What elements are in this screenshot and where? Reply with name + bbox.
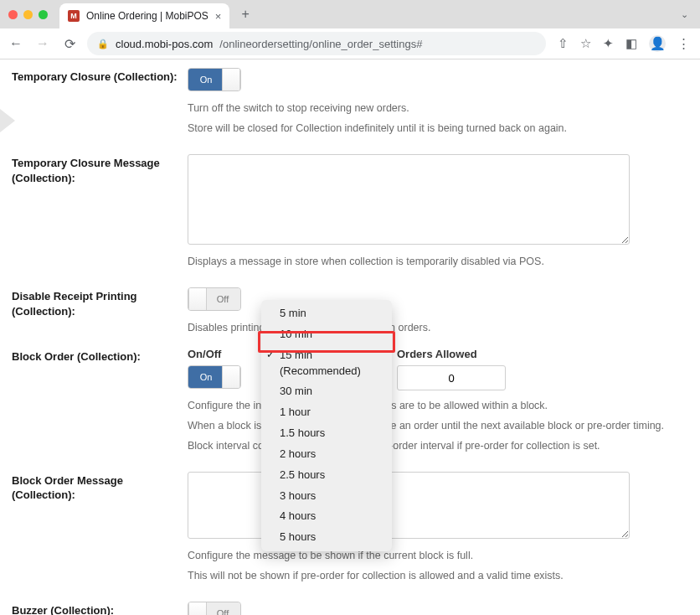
temporary-closure-label: Temporary Closure (Collection):	[12, 68, 188, 136]
temporary-closure-toggle[interactable]: On Off	[188, 68, 241, 91]
block-order-message-input[interactable]	[188, 472, 630, 539]
tab-strip: M Online Ordering | MobiPOS × + ⌄	[0, 0, 700, 28]
interval-option[interactable]: 2.5 hours	[261, 465, 392, 486]
minimize-window-icon[interactable]	[23, 10, 33, 19]
interval-option[interactable]: 3 hours	[261, 486, 392, 507]
toggle-off-label: Off	[205, 602, 240, 615]
toggle-knob	[222, 366, 240, 388]
interval-option[interactable]: 1 hour	[261, 402, 392, 423]
toggle-on-label: On	[188, 69, 224, 90]
disable-receipt-toggle[interactable]: On Off	[188, 287, 241, 311]
address-bar: ← → ⟳ 🔒 cloud.mobi-pos.com/onlineorderse…	[0, 28, 700, 59]
forward-button: →	[33, 36, 52, 51]
favicon-icon: M	[68, 10, 80, 22]
tab-title: Online Ordering | MobiPOS	[86, 10, 208, 22]
interval-option[interactable]: 4 hours	[261, 506, 392, 527]
temporary-closure-message-input[interactable]	[188, 154, 630, 245]
url-domain: cloud.mobi-pos.com	[116, 38, 213, 50]
buzzer-toggle[interactable]: On Off	[188, 602, 241, 615]
block-order-message-help2: This will not be shown if pre-order for …	[188, 568, 688, 583]
toggle-on-label: On	[188, 366, 224, 388]
temporary-closure-help1: Turn off the switch to stop receiving ne…	[188, 101, 688, 116]
toggle-off-label: Off	[205, 288, 240, 310]
close-window-icon[interactable]	[8, 10, 18, 19]
interval-option[interactable]: 5 hours	[261, 527, 392, 548]
temporary-closure-message-label: Temporary Closure Message (Collection):	[12, 154, 188, 269]
reload-button[interactable]: ⟳	[60, 36, 79, 52]
url-path: /onlineordersetting/online_order_setting…	[219, 38, 422, 50]
buzzer-label: Buzzer (Collection):	[12, 602, 188, 615]
close-tab-icon[interactable]: ×	[215, 10, 222, 23]
url-input[interactable]: 🔒 cloud.mobi-pos.com/onlineordersetting/…	[87, 32, 546, 55]
sidepanel-icon[interactable]: ◧	[625, 36, 637, 51]
interval-option[interactable]: 2 hours	[261, 444, 392, 465]
block-order-message-label: Block Order Message (Collection):	[12, 472, 188, 583]
interval-option[interactable]: 1.5 hours	[261, 423, 392, 444]
interval-option[interactable]: 15 min (Recommended)	[261, 345, 392, 382]
tab-overflow-icon[interactable]: ⌄	[681, 9, 700, 20]
block-order-col-onoff: On/Off	[188, 348, 271, 360]
interval-dropdown[interactable]: 5 min10 min15 min (Recommended)30 min1 h…	[261, 300, 392, 551]
toolbar-icons: ⇧ ☆ ✦ ◧ 👤 ⋮	[554, 35, 693, 52]
block-order-label: Block Order (Collection):	[12, 348, 188, 453]
back-button[interactable]: ←	[7, 36, 25, 51]
new-tab-button[interactable]: +	[234, 3, 255, 25]
toggle-knob	[222, 69, 240, 90]
orders-allowed-input[interactable]	[397, 365, 506, 390]
interval-option[interactable]: 10 min	[261, 324, 392, 345]
disable-receipt-label: Disable Receipt Printing (Collection):	[12, 287, 188, 335]
settings-page: Temporary Closure (Collection): On Off T…	[0, 59, 700, 615]
profile-avatar[interactable]: 👤	[649, 35, 666, 52]
temporary-closure-help2: Store will be closed for Collection inde…	[188, 121, 688, 136]
share-icon[interactable]: ⇧	[558, 36, 569, 51]
toggle-knob	[188, 288, 207, 310]
window-controls[interactable]	[8, 10, 54, 19]
block-order-col-orders: Orders Allowed	[397, 348, 531, 360]
temporary-closure-message-help: Displays a message in store when collect…	[188, 254, 688, 269]
toggle-knob	[188, 602, 207, 615]
extensions-icon[interactable]: ✦	[603, 36, 614, 51]
browser-tab[interactable]: M Online Ordering | MobiPOS ×	[59, 3, 229, 28]
interval-option[interactable]: 30 min	[261, 381, 392, 402]
block-order-toggle[interactable]: On Off	[188, 365, 241, 389]
lock-icon: 🔒	[97, 39, 109, 49]
bookmark-icon[interactable]: ☆	[580, 36, 591, 51]
interval-option[interactable]: 5 min	[261, 303, 392, 324]
maximize-window-icon[interactable]	[39, 10, 48, 19]
menu-icon[interactable]: ⋮	[677, 36, 690, 51]
browser-chrome: M Online Ordering | MobiPOS × + ⌄ ← → ⟳ …	[0, 0, 700, 59]
